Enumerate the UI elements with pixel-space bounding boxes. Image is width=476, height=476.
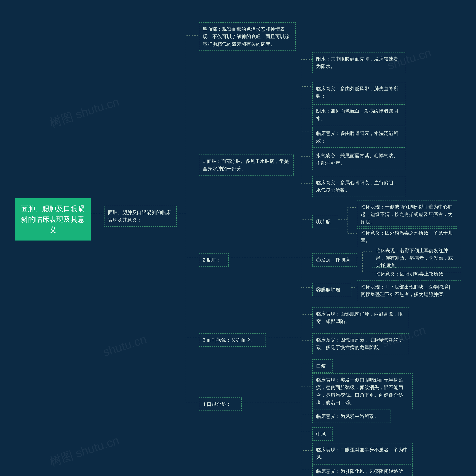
branch-wangmianbu[interactable]: 望面部：观察面部的色泽形态和神情表现，不仅可以了解神的衰旺，而且可以诊察脏腑精气… [199, 22, 296, 51]
node-fayi[interactable]: ②发颐，托腮痈 [312, 253, 357, 267]
watermark: 树图 shutu.cn [48, 93, 121, 131]
node-zhongfeng-exp[interactable]: 临床表现：口眼歪斜兼半身不遂者，多为中风。 [312, 443, 413, 464]
node-zhasai[interactable]: ①痄腮 [312, 215, 339, 228]
node-shuiqilingxin[interactable]: 水气凌心：兼见面唇青紫、心悸气喘、不能平卧者。 [312, 149, 405, 170]
branch-mianzhong[interactable]: 1.面肿：面部浮肿。多见于水肿病，常是全身水肿的一部分。 [199, 154, 294, 176]
watermark: shutu.cn [101, 332, 148, 359]
node-koupi-exp[interactable]: 临床表现：突发一侧口眼喎斜而无半身瘫痪，患侧面肌弛缓，额纹消失，眼不能闭合，鼻唇… [312, 373, 413, 409]
node-mianxiao-meaning[interactable]: 临床意义：因气血虚衰，脏腑精气耗竭所致。多见于慢性病的危重阶段。 [312, 333, 409, 354]
node-koupi[interactable]: 口僻 [312, 359, 333, 373]
mindmap-canvas: 树图 shutu.cn shutu.cn shutu.cn 树图 shutu.c… [0, 0, 476, 476]
node-mianxiao-exp[interactable]: 临床表现：面部肌肉消瘦，两颧高耸，眼窝、颊部凹陷。 [312, 307, 409, 328]
node-saixianzhongliu-exp[interactable]: 临床表现：耳下腮部出现肿块，医学|教育|网搜集整理不红不热者，多为腮腺肿瘤。 [357, 280, 458, 301]
node-fayi-meaning[interactable]: 临床意义：因阳明热毒上攻所致。 [372, 267, 461, 280]
node-shuiqilingxin-meaning[interactable]: 临床意义：多属心肾阳衰，血行瘀阻，水气凌心所致。 [312, 176, 405, 197]
node-yangshui-meaning[interactable]: 临床意义：多由外感风邪，肺失宣降所致； [312, 82, 405, 103]
node-yinshui-meaning[interactable]: 临床意义：多由脾肾阳衰，水湿泛溢所致； [312, 127, 405, 148]
branch-saizhong[interactable]: 2.腮肿： [199, 253, 229, 267]
branch-mianxiao[interactable]: 3.面削颧耸：又称面脱。 [199, 333, 266, 347]
branch-kouyanwaixie[interactable]: 4.口眼歪斜： [199, 397, 242, 411]
node-yangshui[interactable]: 阳水：其中眼睑颜面先肿，发病较速者为阳水。 [312, 52, 405, 73]
root-node[interactable]: 面肿、腮肿及口眼喎斜的临床表现及其意义 [15, 198, 91, 240]
node-zhasai-exp[interactable]: 临床表现：一侧或两侧腮部以耳垂为中心肿起，边缘不清，按之有柔韧感及压痛者，为痄腮… [357, 200, 458, 229]
node-zhongfeng[interactable]: 中风 [312, 427, 333, 441]
watermark: 树图 shutu.cn [48, 432, 121, 470]
level1-node[interactable]: 面肿、腮肿及口眼喎斜的临床表现及其意义： [104, 206, 177, 227]
node-yinshui[interactable]: 阴水：兼见面色㿠白，发病缓慢者属阴水。 [312, 104, 405, 125]
node-koupi-meaning[interactable]: 临床意义：为风邪中络所致。 [312, 410, 391, 423]
node-saixianzhongliu[interactable]: ③腮腺肿瘤 [312, 283, 351, 296]
node-zhongfeng-meaning[interactable]: 临床意义：为肝阳化风，风痰阻闭经络所致。 [312, 464, 413, 476]
